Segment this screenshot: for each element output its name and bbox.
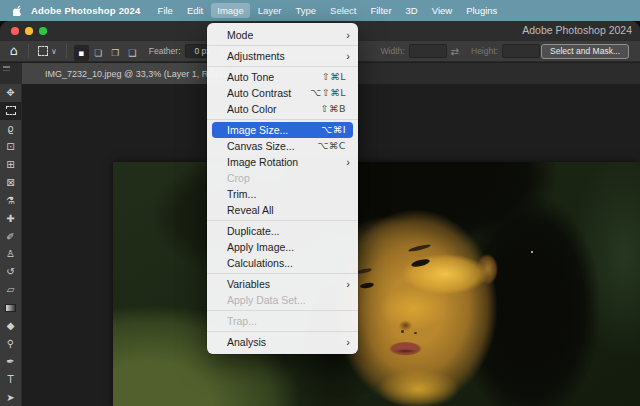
menubar-item-edit[interactable]: Edit — [181, 3, 209, 18]
brush-tool[interactable]: ✐ — [0, 227, 21, 245]
document-tab-title: IMG_7232_10.jpeg @ 33,3% (Layer 1, RGB/8 — [22, 64, 229, 84]
menu-item-auto-tone[interactable]: Auto Tone⇧⌘L — [207, 69, 358, 85]
menu-item-label: Apply Image... — [227, 239, 346, 255]
menubar-item-file[interactable]: File — [152, 3, 179, 18]
path-selection-tool-icon: ➤ — [6, 392, 14, 403]
gradient-tool[interactable] — [0, 299, 21, 317]
blur-tool[interactable]: ◆ — [0, 317, 21, 335]
menu-item-label: Variables — [227, 276, 346, 292]
lasso-tool-icon: ϱ — [7, 123, 13, 134]
menu-item-auto-color[interactable]: Auto Color⇧⌘B — [207, 101, 358, 117]
menu-item-variables[interactable]: Variables› — [207, 276, 358, 292]
eraser-tool[interactable]: ▱ — [0, 281, 21, 299]
menu-separator — [207, 273, 358, 274]
move-tool[interactable]: ✥ — [0, 84, 21, 102]
active-tool-preset[interactable]: ∨ — [35, 46, 60, 56]
menu-item-adjustments[interactable]: Adjustments› — [207, 48, 358, 64]
menubar-item-filter[interactable]: Filter — [364, 3, 397, 18]
panel-collapse-icon[interactable] — [3, 66, 10, 71]
path-selection-tool[interactable]: ➤ — [0, 388, 21, 406]
history-brush-tool[interactable]: ↺ — [0, 263, 21, 281]
menu-item-reveal-all[interactable]: Reveal All — [207, 202, 358, 218]
menubar-item-type[interactable]: Type — [289, 3, 322, 18]
spot-healing-brush-tool-icon: ✚ — [6, 213, 14, 224]
brush-tool-icon: ✐ — [6, 231, 14, 242]
menu-item-shortcut: ⌥⌘C — [317, 138, 346, 154]
menu-item-canvas-size[interactable]: Canvas Size...⌥⌘C — [207, 138, 358, 154]
menu-item-image-rotation[interactable]: Image Rotation› — [207, 154, 358, 170]
maximize-window-button[interactable] — [39, 27, 47, 35]
spot-healing-brush-tool[interactable]: ✚ — [0, 209, 21, 227]
submenu-arrow-icon: › — [346, 27, 350, 43]
crop-tool[interactable]: ⊞ — [0, 156, 21, 174]
marquee-icon — [38, 46, 48, 56]
height-label: Height: — [471, 46, 498, 56]
subtract-from-selection-button[interactable]: ❐ — [108, 45, 123, 61]
close-window-button[interactable] — [11, 27, 19, 35]
dodge-tool[interactable]: ⚲ — [0, 334, 21, 352]
menubar-item-layer[interactable]: Layer — [252, 3, 288, 18]
menubar-item-image[interactable]: Image — [211, 3, 249, 18]
frame-tool[interactable]: ⊠ — [0, 173, 21, 191]
link-dimensions-icon[interactable]: ⇄ — [451, 46, 459, 57]
intersect-selection-button[interactable]: ❑ — [125, 45, 140, 61]
blur-tool-icon: ◆ — [7, 320, 15, 331]
rectangular-marquee-tool[interactable] — [0, 102, 21, 120]
eyedropper-tool[interactable]: ⚗ — [0, 191, 21, 209]
menu-item-duplicate[interactable]: Duplicate... — [207, 223, 358, 239]
pen-tool[interactable]: ✒ — [0, 352, 21, 370]
menu-item-image-size[interactable]: Image Size...⌥⌘I — [212, 122, 353, 138]
menu-item-shortcut: ⌥⇧⌘L — [310, 85, 346, 101]
width-label: Width: — [381, 46, 405, 56]
menu-separator — [207, 331, 358, 332]
minimize-window-button[interactable] — [25, 27, 33, 35]
tools-panel: ✥ϱ⊡⊞⊠⚗✚✐♙↺▱◆⚲✒T➤ — [0, 84, 22, 406]
options-divider — [28, 44, 29, 58]
home-icon[interactable]: ⌂ — [6, 41, 22, 61]
menu-item-trap: Trap... — [207, 313, 358, 329]
menu-item-label: Auto Contrast — [227, 85, 310, 101]
menu-item-analysis[interactable]: Analysis› — [207, 334, 358, 350]
menubar-item-view[interactable]: View — [426, 3, 458, 18]
menubar-item-plugins[interactable]: Plugins — [460, 3, 503, 18]
photo-right-brow — [408, 243, 431, 252]
menu-separator — [207, 220, 358, 221]
menu-item-label: Duplicate... — [227, 223, 346, 239]
menu-item-label: Image Rotation — [227, 154, 346, 170]
type-tool[interactable]: T — [0, 370, 21, 388]
canvas-photo[interactable] — [113, 162, 640, 406]
menu-separator — [207, 119, 358, 120]
menu-item-mode[interactable]: Mode› — [207, 27, 358, 43]
menubar-item-3d[interactable]: 3D — [400, 3, 424, 18]
menu-item-shortcut: ⌥⌘I — [321, 122, 346, 138]
menu-separator — [207, 45, 358, 46]
select-and-mask-button[interactable]: Select and Mask... — [541, 44, 629, 59]
photo-left-brow — [356, 267, 372, 274]
submenu-arrow-icon: › — [346, 276, 350, 292]
width-input[interactable] — [409, 44, 447, 58]
menu-item-label: Trap... — [227, 313, 346, 329]
submenu-arrow-icon: › — [346, 48, 350, 64]
clone-stamp-tool[interactable]: ♙ — [0, 245, 21, 263]
object-selection-tool[interactable]: ⊡ — [0, 138, 21, 156]
menu-item-calculations[interactable]: Calculations... — [207, 255, 358, 271]
menu-item-auto-contrast[interactable]: Auto Contrast⌥⇧⌘L — [207, 85, 358, 101]
apple-logo — [13, 5, 22, 16]
menu-item-label: Apply Data Set... — [227, 292, 346, 308]
add-to-selection-button[interactable]: ❏ — [91, 45, 106, 61]
macos-menubar: Adobe Photoshop 2024 FileEditImageLayerT… — [0, 0, 640, 21]
height-input[interactable] — [502, 44, 540, 58]
lasso-tool[interactable]: ϱ — [0, 120, 21, 138]
menu-item-label: Analysis — [227, 334, 346, 350]
menubar-app-name: Adobe Photoshop 2024 — [31, 5, 141, 16]
eraser-tool-icon: ▱ — [7, 284, 15, 295]
document-tab[interactable]: IMG_7232_10.jpeg @ 33,3% (Layer 1, RGB/8 — [22, 63, 232, 84]
menu-item-trim[interactable]: Trim... — [207, 186, 358, 202]
frame-tool-icon: ⊠ — [6, 177, 14, 188]
menu-item-label: Calculations... — [227, 255, 346, 271]
menubar-item-select[interactable]: Select — [324, 3, 362, 18]
apple-menu-icon[interactable] — [13, 5, 22, 16]
menu-item-apply-image[interactable]: Apply Image... — [207, 239, 358, 255]
new-selection-button[interactable]: ▪ — [74, 45, 89, 61]
image-menu-dropdown: Mode›Adjustments›Auto Tone⇧⌘LAuto Contra… — [207, 23, 358, 354]
